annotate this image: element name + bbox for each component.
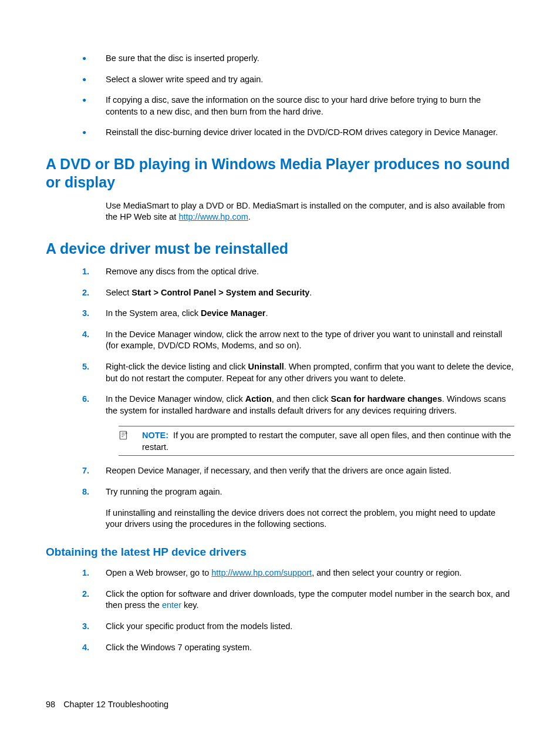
list-item: 2. Select Start > Control Panel > System… <box>82 287 514 299</box>
bold-run: Start > Control Panel > System and Secur… <box>131 288 309 297</box>
page-number: 98 <box>46 700 55 709</box>
text-run: key. <box>181 600 199 610</box>
section-heading-reinstall: A device driver must be reinstalled <box>46 240 514 258</box>
text-run: In the Device Manager window, click <box>106 394 245 404</box>
step-text: In the System area, click Device Manager… <box>106 308 514 320</box>
bullet-item: ● If copying a disc, save the informatio… <box>82 95 514 117</box>
step-number: 2. <box>82 589 106 611</box>
link-hp-home[interactable]: http://www.hp.com <box>178 212 248 221</box>
step-number: 1. <box>82 567 106 579</box>
step-text: Open a Web browser, go to http://www.hp.… <box>106 567 514 579</box>
list-item: 3. In the System area, click Device Mana… <box>82 308 514 320</box>
step-text: Right-click the device listing and click… <box>106 361 514 384</box>
list-item: 1. Remove any discs from the optical dri… <box>82 266 514 278</box>
step-number: 3. <box>82 308 106 320</box>
step-text: In the Device Manager window, click the … <box>106 329 514 352</box>
list-item: 8. Try running the program again. <box>82 486 514 498</box>
bullet-text: Select a slower write speed and try agai… <box>106 74 514 86</box>
bullet-icon: ● <box>82 53 106 65</box>
step-number: 5. <box>82 361 106 384</box>
note-body: NOTE:If you are prompted to restart the … <box>142 430 514 453</box>
list-item: 4. Click the Windows 7 operating system. <box>82 642 514 654</box>
ordered-list-reinstall: 1. Remove any discs from the optical dri… <box>82 266 514 498</box>
step-text: Click your specific product from the mod… <box>106 621 514 633</box>
bullet-item: ● Reinstall the disc-burning device driv… <box>82 127 514 139</box>
step-number: 1. <box>82 266 106 278</box>
step-text: Reopen Device Manager, if necessary, and… <box>106 465 514 477</box>
text-run: Right-click the device listing and click <box>106 362 248 371</box>
list-item: 2. Click the option for software and dri… <box>82 589 514 611</box>
bullet-item: ● Select a slower write speed and try ag… <box>82 74 514 86</box>
step-text: In the Device Manager window, click Acti… <box>106 394 514 416</box>
step-text: Try running the program again. <box>106 486 514 498</box>
bullet-icon: ● <box>82 127 106 139</box>
bullet-item: ● Be sure that the disc is inserted prop… <box>82 53 514 65</box>
bullet-icon: ● <box>82 74 106 86</box>
note-icon <box>119 430 142 453</box>
bold-run: Action <box>245 394 272 404</box>
step-text: Click the option for software and driver… <box>106 589 514 611</box>
step-number: 8. <box>82 486 106 498</box>
list-item: 1. Open a Web browser, go to http://www.… <box>82 567 514 579</box>
keycap-enter: enter <box>162 600 181 610</box>
step-number: 4. <box>82 329 106 352</box>
text-run: In the System area, click <box>106 308 201 318</box>
text-run: , and then click <box>272 394 331 404</box>
note-label: NOTE: <box>142 431 168 440</box>
list-item: 7. Reopen Device Manager, if necessary, … <box>82 465 514 477</box>
subsection-heading-hp-drivers: Obtaining the latest HP device drivers <box>46 545 514 560</box>
paragraph-closing: If uninstalling and reinstalling the dev… <box>106 508 514 530</box>
text-run: . <box>248 212 251 221</box>
step-number: 6. <box>82 394 106 416</box>
bold-run: Scan for hardware changes <box>331 394 442 404</box>
text-run: Open a Web browser, go to <box>106 568 211 577</box>
text-run: Use MediaSmart to play a DVD or BD. Medi… <box>106 201 505 222</box>
step-text: Select Start > Control Panel > System an… <box>106 287 514 299</box>
step-number: 7. <box>82 465 106 477</box>
bullet-list: ● Be sure that the disc is inserted prop… <box>82 53 514 139</box>
text-run: . <box>265 308 268 318</box>
svg-rect-0 <box>120 432 126 440</box>
bullet-text: Reinstall the disc-burning device driver… <box>106 127 514 139</box>
list-item: 5. Right-click the device listing and cl… <box>82 361 514 384</box>
step-number: 2. <box>82 287 106 299</box>
note-callout: NOTE:If you are prompted to restart the … <box>119 426 514 456</box>
list-item: 6. In the Device Manager window, click A… <box>82 394 514 416</box>
link-hp-support[interactable]: http://www.hp.com/support <box>211 568 312 577</box>
bullet-text: If copying a disc, save the information … <box>106 95 514 117</box>
bullet-icon: ● <box>82 95 106 117</box>
text-run: . <box>309 288 312 297</box>
text-run: , and then select your country or region… <box>312 568 462 577</box>
bullet-text: Be sure that the disc is inserted proper… <box>106 53 514 65</box>
step-number: 4. <box>82 642 106 654</box>
section-heading-wmp: A DVD or BD playing in Windows Media Pla… <box>46 155 514 192</box>
list-item: 4. In the Device Manager window, click t… <box>82 329 514 352</box>
page-footer: 98Chapter 12 Troubleshooting <box>46 699 168 711</box>
step-number: 3. <box>82 621 106 633</box>
document-page: ● Be sure that the disc is inserted prop… <box>0 0 560 746</box>
step-text: Remove any discs from the optical drive. <box>106 266 514 278</box>
note-text: If you are prompted to restart the compu… <box>142 431 511 452</box>
text-run: Select <box>106 288 131 297</box>
bold-run: Uninstall <box>248 362 284 371</box>
chapter-label: Chapter 12 Troubleshooting <box>63 700 168 709</box>
ordered-list-hp-drivers: 1. Open a Web browser, go to http://www.… <box>82 567 514 653</box>
step-text: Click the Windows 7 operating system. <box>106 642 514 654</box>
list-item: 3. Click your specific product from the … <box>82 621 514 633</box>
paragraph-mediasmart: Use MediaSmart to play a DVD or BD. Medi… <box>106 200 514 223</box>
bold-run: Device Manager <box>201 308 265 318</box>
